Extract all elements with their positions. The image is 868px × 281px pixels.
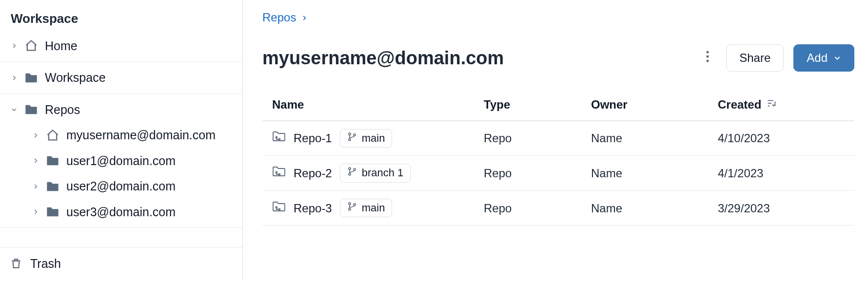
branch-selector[interactable]: main xyxy=(340,199,393,218)
share-button[interactable]: Share xyxy=(726,44,784,72)
col-created-label: Created xyxy=(718,97,761,112)
home-icon xyxy=(46,129,59,142)
branch-icon xyxy=(347,166,357,180)
name-cell: Repo-2 branch 1 xyxy=(272,164,484,183)
sidebar-item-workspace[interactable]: Workspace xyxy=(0,65,242,91)
repos-table: Name Type Owner Created Repo-1 xyxy=(262,95,854,225)
cell-owner: Name xyxy=(591,166,718,181)
branch-name: main xyxy=(362,131,385,146)
svg-point-14 xyxy=(349,173,351,175)
trash-icon xyxy=(10,257,22,270)
svg-point-10 xyxy=(354,133,355,135)
sidebar-item-repo-user[interactable]: user2@domain.com xyxy=(0,173,242,199)
chevron-right-icon xyxy=(32,208,39,215)
divider xyxy=(0,227,242,228)
cell-type: Repo xyxy=(484,166,591,181)
page-title: myusername@domain.com xyxy=(262,46,689,70)
chevron-down-icon xyxy=(833,51,841,65)
svg-point-18 xyxy=(349,203,351,205)
col-created[interactable]: Created xyxy=(718,97,845,112)
sidebar-item-label: Workspace xyxy=(45,70,106,86)
sidebar-bottom: Trash xyxy=(0,247,242,281)
folder-icon xyxy=(24,104,38,115)
col-name[interactable]: Name xyxy=(272,97,484,112)
button-label: Add xyxy=(807,51,828,65)
chevron-right-icon xyxy=(301,10,308,25)
sort-descending-icon xyxy=(766,97,777,112)
divider xyxy=(0,94,242,94)
page-header: myusername@domain.com Share Add xyxy=(262,31,854,95)
col-owner[interactable]: Owner xyxy=(591,97,718,112)
home-icon xyxy=(24,39,38,53)
button-label: Share xyxy=(739,51,770,65)
chevron-right-icon xyxy=(32,132,39,139)
add-button[interactable]: Add xyxy=(793,44,854,72)
folder-icon xyxy=(46,181,59,192)
branch-selector[interactable]: branch 1 xyxy=(340,164,411,183)
cell-owner: Name xyxy=(591,131,718,146)
cell-type: Repo xyxy=(484,131,591,146)
sidebar-item-trash[interactable]: Trash xyxy=(0,247,242,281)
table-header: Name Type Owner Created xyxy=(262,95,854,121)
folder-icon xyxy=(46,155,59,167)
kebab-icon xyxy=(706,51,709,66)
sidebar-item-label: user2@domain.com xyxy=(66,178,176,194)
folder-icon xyxy=(24,72,38,84)
col-type[interactable]: Type xyxy=(484,97,591,112)
svg-point-8 xyxy=(349,133,351,135)
breadcrumb-link[interactable]: Repos xyxy=(262,10,296,25)
branch-icon xyxy=(347,201,357,215)
breadcrumb: Repos xyxy=(262,10,854,31)
repo-folder-icon xyxy=(272,201,286,216)
svg-point-15 xyxy=(354,169,355,170)
folder-icon xyxy=(46,206,59,218)
svg-point-1 xyxy=(707,55,709,57)
table-row[interactable]: Repo-3 main Repo Name 3/29/2023 xyxy=(262,191,854,226)
repo-folder-icon xyxy=(272,166,286,181)
sidebar-item-home[interactable]: Home xyxy=(0,33,242,59)
sidebar-item-repo-user[interactable]: user1@domain.com xyxy=(0,148,242,174)
cell-type: Repo xyxy=(484,201,591,216)
table-row[interactable]: Repo-1 main Repo Name 4/10/2023 xyxy=(262,121,854,156)
svg-point-0 xyxy=(707,51,709,53)
sidebar-title: Workspace xyxy=(0,8,242,33)
main-content: Repos myusername@domain.com Share Add xyxy=(243,0,868,281)
name-cell: Repo-3 main xyxy=(272,199,484,218)
workspace-sidebar: Workspace Home Workspace xyxy=(0,0,243,281)
divider xyxy=(0,61,242,62)
sidebar-item-label: myusername@domain.com xyxy=(66,127,216,143)
branch-name: branch 1 xyxy=(362,166,404,180)
more-menu-button[interactable] xyxy=(699,49,716,67)
table-row[interactable]: Repo-2 branch 1 Repo Name 4/1/2023 xyxy=(262,156,854,191)
sidebar-item-repos[interactable]: Repos xyxy=(0,97,242,123)
branch-name: main xyxy=(362,201,385,215)
branch-selector[interactable]: main xyxy=(340,129,393,148)
sidebar-item-label: Trash xyxy=(30,256,61,272)
chevron-right-icon xyxy=(32,183,39,190)
chevron-right-icon xyxy=(11,42,18,49)
svg-point-2 xyxy=(707,59,709,62)
app-root: Workspace Home Workspace xyxy=(0,0,868,281)
chevron-down-icon xyxy=(11,106,18,113)
chevron-right-icon xyxy=(11,75,18,81)
name-cell: Repo-1 main xyxy=(272,129,484,148)
svg-point-13 xyxy=(349,168,351,169)
repo-name: Repo-2 xyxy=(294,166,332,181)
svg-point-19 xyxy=(349,208,351,210)
sidebar-item-label: user3@domain.com xyxy=(66,204,176,220)
sidebar-item-repo-user[interactable]: myusername@domain.com xyxy=(0,122,242,148)
sidebar-item-repo-user[interactable]: user3@domain.com xyxy=(0,199,242,225)
sidebar-item-label: Repos xyxy=(45,102,80,118)
svg-point-9 xyxy=(349,138,351,140)
sidebar-item-label: Home xyxy=(45,38,78,54)
chevron-right-icon xyxy=(32,157,39,164)
branch-icon xyxy=(347,131,357,146)
cell-created: 3/29/2023 xyxy=(718,201,845,216)
cell-created: 4/1/2023 xyxy=(718,166,845,181)
repo-name: Repo-3 xyxy=(294,201,332,216)
repo-folder-icon xyxy=(272,131,286,146)
svg-point-20 xyxy=(354,204,355,206)
repo-name: Repo-1 xyxy=(294,131,332,146)
cell-owner: Name xyxy=(591,201,718,216)
sidebar-item-label: user1@domain.com xyxy=(66,153,176,169)
